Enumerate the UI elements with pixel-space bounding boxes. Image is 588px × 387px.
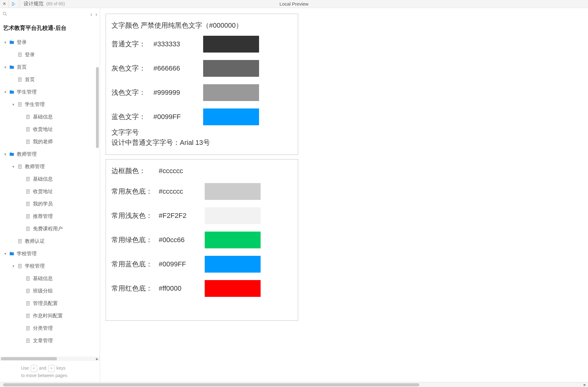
tree-item[interactable]: 文章管理	[0, 334, 100, 347]
close-icon[interactable]: ×	[0, 0, 9, 8]
tree-item[interactable]: 班级分组	[0, 285, 100, 297]
tree-expand-icon[interactable]	[11, 102, 16, 107]
color-row: 常用浅灰色：#F2F2F2	[112, 207, 292, 224]
tree-item[interactable]: 学校管理	[0, 260, 100, 272]
sitemap-icon[interactable]	[9, 0, 19, 8]
color-swatch	[205, 256, 261, 273]
color-swatch	[203, 84, 259, 101]
color-row-label: 边框颜色：	[112, 166, 159, 176]
tree-item[interactable]: 学生管理	[0, 86, 100, 98]
content-canvas[interactable]: 文字颜色 严禁使用纯黑色文字（#000000） 普通文字：#333333灰色文字…	[100, 8, 588, 382]
svg-line-4	[5, 14, 7, 16]
page-tree[interactable]: 登录登录首页首页学生管理学生管理基础信息收货地址我的老师教师管理教师管理基础信息…	[0, 36, 100, 357]
tree-item[interactable]: 我的老师	[0, 136, 100, 148]
tree-item[interactable]: 学生管理	[0, 98, 100, 111]
tree-item-label: 基础信息	[33, 275, 53, 282]
color-swatch	[203, 60, 259, 77]
tree-expand-icon[interactable]	[3, 152, 7, 156]
page-icon	[25, 139, 31, 144]
tree-expand-icon[interactable]	[3, 90, 7, 94]
color-row: 常用灰色底：#cccccc	[112, 183, 292, 200]
tree-item[interactable]: 收货地址	[0, 123, 100, 136]
page-icon	[25, 338, 31, 343]
tree-item-label: 作息时间配置	[33, 313, 63, 319]
page-icon	[17, 164, 23, 169]
topbar-left: × 设计规范 (65 of 65)	[0, 0, 69, 8]
tree-item[interactable]: 我的学员	[0, 198, 100, 210]
tree-item-label: 学生管理	[25, 101, 45, 108]
tree-item-label: 收货地址	[33, 126, 53, 133]
color-swatch	[203, 36, 259, 53]
tree-arrow-none	[11, 77, 16, 82]
tree-item[interactable]: 教师管理	[0, 148, 100, 160]
color-row-value: #ff0000	[159, 284, 205, 293]
color-swatch	[205, 207, 261, 224]
tree-item-label: 免费课程用户	[33, 226, 63, 232]
tree-expand-icon[interactable]	[11, 264, 16, 268]
tree-item[interactable]: 登录	[0, 48, 100, 61]
scrollbar-thumb[interactable]	[1, 357, 57, 360]
color-row-label: 普通文字：	[112, 39, 153, 49]
tree-arrow-none	[19, 339, 24, 343]
color-row-label: 灰色文字：	[112, 64, 153, 73]
search-icon[interactable]	[2, 12, 7, 17]
tree-item-label: 教师管理	[17, 151, 37, 158]
tree-item-label: 收货地址	[33, 188, 53, 195]
page-name: 设计规范 (65 of 65)	[19, 1, 69, 7]
folder-icon	[9, 65, 15, 70]
topbar: × 设计规范 (65 of 65) Local Preview	[0, 0, 588, 8]
tree-item-label: 推荐管理	[33, 213, 53, 220]
tree-item[interactable]: 登录	[0, 36, 100, 48]
tree-item-label: 学校管理	[25, 263, 45, 270]
scroll-right-icon[interactable]: ▶	[584, 383, 586, 386]
tree-item[interactable]: 推荐管理	[0, 210, 100, 223]
tree-item[interactable]: 作息时间配置	[0, 310, 100, 322]
tree-item-label: 登录	[17, 39, 27, 46]
color-row-value: #00cc66	[159, 236, 205, 244]
tree-arrow-none	[19, 314, 24, 318]
color-row: 常用红色底：#ff0000	[112, 280, 292, 297]
color-row-value: #0099FF	[153, 113, 203, 121]
page-scrollbar-horizontal[interactable]: ▶	[0, 382, 588, 387]
tree-item[interactable]: 首页	[0, 61, 100, 73]
tree-item[interactable]: 教师认证	[0, 235, 100, 247]
color-row: 灰色文字：#666666	[112, 60, 292, 77]
page-icon	[25, 301, 31, 306]
tree-arrow-none	[19, 140, 24, 144]
tree-item[interactable]: 分类管理	[0, 322, 100, 334]
folder-icon	[9, 152, 15, 157]
scrollbar-thumb[interactable]	[3, 383, 419, 386]
tree-expand-icon[interactable]	[11, 164, 16, 169]
next-page-button[interactable]: ›	[95, 11, 97, 18]
page-icon	[25, 214, 31, 219]
scroll-right-icon[interactable]: ▶	[96, 357, 98, 361]
tree-scrollbar-horizontal[interactable]: ▶	[0, 357, 100, 361]
tree-expand-icon[interactable]	[3, 251, 7, 256]
tree-item[interactable]: 基础信息	[0, 111, 100, 123]
color-row: 常用蓝色底：#0099FF	[112, 256, 292, 273]
tree-item-label: 我的老师	[33, 139, 53, 145]
prev-page-button[interactable]: ‹	[90, 11, 92, 18]
tree-item[interactable]: 基础信息	[0, 272, 100, 285]
color-row-label: 常用绿色底：	[112, 235, 159, 245]
tree-scrollbar-vertical[interactable]	[96, 67, 99, 148]
page-icon	[25, 114, 31, 119]
tree-item[interactable]: 教师管理	[0, 160, 100, 173]
tree-item[interactable]: 免费课程用户	[0, 223, 100, 235]
tree-item[interactable]: 基础信息	[0, 173, 100, 185]
tree-arrow-none	[19, 227, 24, 231]
page-icon	[17, 52, 23, 57]
tree-item-label: 基础信息	[33, 114, 53, 120]
page-icon	[25, 189, 31, 194]
tree-item[interactable]: 学校管理	[0, 247, 100, 260]
tree-item[interactable]: 首页	[0, 73, 100, 86]
tree-arrow-none	[19, 289, 24, 293]
tree-item[interactable]: 管理员配置	[0, 297, 100, 310]
panel-text-colors: 文字颜色 严禁使用纯黑色文字（#000000） 普通文字：#333333灰色文字…	[106, 14, 298, 155]
tree-expand-icon[interactable]	[3, 40, 7, 44]
page-icon	[25, 226, 31, 231]
tree-expand-icon[interactable]	[3, 65, 7, 69]
tree-item[interactable]: 收货地址	[0, 185, 100, 198]
color-row: 蓝色文字：#0099FF	[112, 108, 292, 125]
page-icon	[25, 313, 31, 318]
